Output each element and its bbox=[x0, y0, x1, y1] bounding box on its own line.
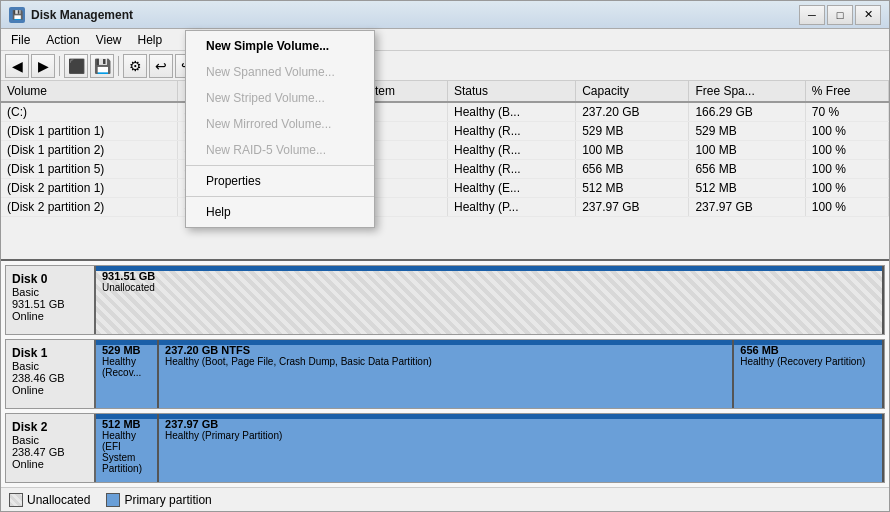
disk-partitions: 512 MB Healthy (EFI System Partition) 23… bbox=[96, 414, 884, 482]
context-menu-item: New Striped Volume... bbox=[186, 85, 374, 111]
maximize-button[interactable]: □ bbox=[827, 5, 853, 25]
toolbar-stop[interactable]: ⬛ bbox=[64, 54, 88, 78]
disk-view-area: Disk 0 Basic 931.51 GB Online 931.51 GB … bbox=[1, 261, 889, 487]
table-row[interactable]: (C:)SimpleBasicNTFSHealthy (B...237.20 G… bbox=[1, 102, 889, 122]
legend-primary: Primary partition bbox=[106, 493, 211, 507]
menu-view[interactable]: View bbox=[88, 31, 130, 49]
disk-partitions: 529 MB Healthy (Recov... 237.20 GB NTFS … bbox=[96, 340, 884, 408]
context-menu: New Simple Volume...New Spanned Volume..… bbox=[185, 30, 375, 228]
disk-row: Disk 2 Basic 238.47 GB Online 512 MB Hea… bbox=[5, 413, 885, 483]
disk-partition[interactable]: 931.51 GB Unallocated bbox=[96, 266, 884, 334]
partition-bar bbox=[96, 266, 882, 271]
disk-row: Disk 1 Basic 238.46 GB Online 529 MB Hea… bbox=[5, 339, 885, 409]
disk-row: Disk 0 Basic 931.51 GB Online 931.51 GB … bbox=[5, 265, 885, 335]
legend-unalloc-box bbox=[9, 493, 23, 507]
menu-help[interactable]: Help bbox=[130, 31, 171, 49]
legend-primary-box bbox=[106, 493, 120, 507]
toolbar-sep-1 bbox=[59, 56, 60, 76]
context-menu-item[interactable]: Properties bbox=[186, 168, 374, 194]
col-volume[interactable]: Volume bbox=[1, 81, 178, 102]
partition-bar bbox=[96, 414, 157, 419]
toolbar-forward[interactable]: ▶ bbox=[31, 54, 55, 78]
disk-label: Disk 0 Basic 931.51 GB Online bbox=[6, 266, 96, 334]
context-menu-item: New Spanned Volume... bbox=[186, 59, 374, 85]
disk-table: Volume Layout Type File System Status Ca… bbox=[1, 81, 889, 217]
minimize-button[interactable]: ─ bbox=[799, 5, 825, 25]
disk-partitions: 931.51 GB Unallocated bbox=[96, 266, 884, 334]
col-capacity[interactable]: Capacity bbox=[576, 81, 689, 102]
toolbar-undo[interactable]: ↩ bbox=[149, 54, 173, 78]
disk-label: Disk 2 Basic 238.47 GB Online bbox=[6, 414, 96, 482]
app-icon: 💾 bbox=[9, 7, 25, 23]
disk-partition[interactable]: 529 MB Healthy (Recov... bbox=[96, 340, 159, 408]
toolbar-back[interactable]: ◀ bbox=[5, 54, 29, 78]
main-window: 💾 Disk Management ─ □ ✕ File Action View… bbox=[0, 0, 890, 512]
close-button[interactable]: ✕ bbox=[855, 5, 881, 25]
legend-unalloc-label: Unallocated bbox=[27, 493, 90, 507]
disk-label: Disk 1 Basic 238.46 GB Online bbox=[6, 340, 96, 408]
table-row[interactable]: (Disk 1 partition 1)SimpleBasicHealthy (… bbox=[1, 122, 889, 141]
disk-partition[interactable]: 237.97 GB Healthy (Primary Partition) bbox=[159, 414, 884, 482]
table-row[interactable]: (Disk 2 partition 2)SimpleBasicHealthy (… bbox=[1, 198, 889, 217]
col-freespace[interactable]: Free Spa... bbox=[689, 81, 805, 102]
title-bar: 💾 Disk Management ─ □ ✕ bbox=[1, 1, 889, 29]
context-menu-separator bbox=[186, 196, 374, 197]
disk-partition[interactable]: 512 MB Healthy (EFI System Partition) bbox=[96, 414, 159, 482]
partition-bar bbox=[734, 340, 882, 345]
col-percentfree[interactable]: % Free bbox=[805, 81, 888, 102]
context-menu-item[interactable]: New Simple Volume... bbox=[186, 33, 374, 59]
context-menu-separator bbox=[186, 165, 374, 166]
table-row[interactable]: (Disk 2 partition 1)SimpleBasicHealthy (… bbox=[1, 179, 889, 198]
table-area: Volume Layout Type File System Status Ca… bbox=[1, 81, 889, 261]
toolbar-sep-2 bbox=[118, 56, 119, 76]
menu-action[interactable]: Action bbox=[38, 31, 87, 49]
legend-unallocated: Unallocated bbox=[9, 493, 90, 507]
menu-file[interactable]: File bbox=[3, 31, 38, 49]
main-content: Volume Layout Type File System Status Ca… bbox=[1, 81, 889, 487]
partition-bar bbox=[96, 340, 157, 345]
toolbar-settings[interactable]: ⚙ bbox=[123, 54, 147, 78]
context-menu-item: New RAID-5 Volume... bbox=[186, 137, 374, 163]
toolbar-save[interactable]: 💾 bbox=[90, 54, 114, 78]
context-menu-item[interactable]: Help bbox=[186, 199, 374, 225]
context-menu-item: New Mirrored Volume... bbox=[186, 111, 374, 137]
partition-bar bbox=[159, 414, 882, 419]
disk-partition[interactable]: 656 MB Healthy (Recovery Partition) bbox=[734, 340, 884, 408]
partition-bar bbox=[159, 340, 732, 345]
table-row[interactable]: (Disk 1 partition 5)SimpleBasicHealthy (… bbox=[1, 160, 889, 179]
status-bar: Unallocated Primary partition bbox=[1, 487, 889, 511]
disk-partition[interactable]: 237.20 GB NTFS Healthy (Boot, Page File,… bbox=[159, 340, 734, 408]
window-controls: ─ □ ✕ bbox=[799, 5, 881, 25]
col-status[interactable]: Status bbox=[448, 81, 576, 102]
legend-primary-label: Primary partition bbox=[124, 493, 211, 507]
table-row[interactable]: (Disk 1 partition 2)SimpleBasicHealthy (… bbox=[1, 141, 889, 160]
menu-bar: File Action View Help bbox=[1, 29, 889, 51]
toolbar: ◀ ▶ ⬛ 💾 ⚙ ↩ ↪ 📋 🔄 bbox=[1, 51, 889, 81]
window-title: Disk Management bbox=[31, 8, 799, 22]
